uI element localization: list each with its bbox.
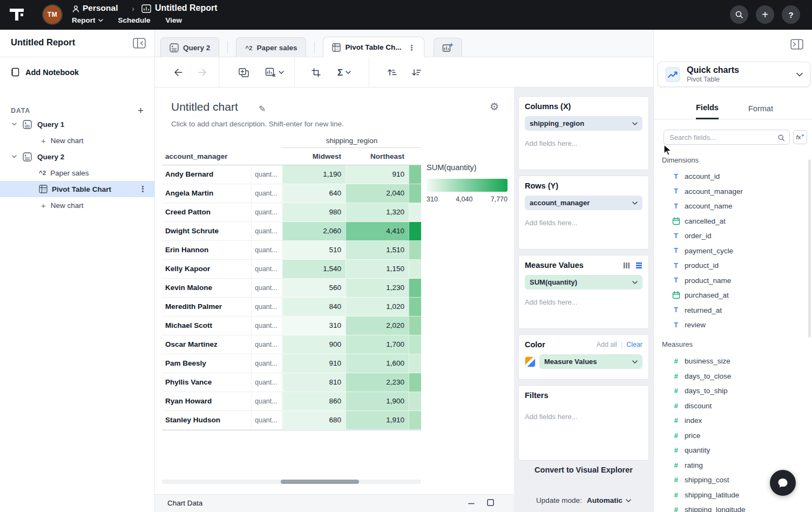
collapse-sidebar-button[interactable] (133, 38, 146, 49)
undo-button[interactable] (170, 57, 186, 87)
columns-section: Columns (X) shipping_region Add fields h… (518, 96, 649, 170)
maximize-icon[interactable] (486, 498, 495, 507)
sidebar-item-new-chart[interactable]: +New chart (0, 197, 154, 213)
row-label: Andy Bernard (162, 165, 252, 184)
aggregate-button[interactable]: Σ (334, 57, 354, 87)
field-item-rating[interactable]: #rating (654, 458, 812, 473)
add-fields-placeholder[interactable]: Add fields here... (525, 413, 642, 421)
field-item-cancelled-at[interactable]: cancelled_at (654, 214, 812, 229)
clear-link[interactable]: Clear (626, 341, 642, 348)
quick-charts-selector[interactable]: Quick charts Pivot Table (658, 62, 810, 87)
convert-to-visual-explorer-button[interactable]: Convert to Visual Explorer (514, 466, 653, 474)
avatar[interactable]: TM (43, 5, 62, 24)
crop-icon (312, 68, 321, 77)
chevron-down-icon[interactable] (12, 155, 17, 158)
field-item-discount[interactable]: #discount (654, 399, 812, 414)
add-all-link[interactable]: Add all (597, 341, 617, 348)
rows-field-pill[interactable]: account_manager (525, 196, 642, 210)
field-item-shipping-longitude[interactable]: #shipping_longitude (654, 502, 812, 512)
forward-arrow-icon (198, 68, 207, 77)
chart-title[interactable]: Untitled chart (171, 100, 238, 113)
text-type-icon: T (672, 277, 680, 284)
columns-layout-icon[interactable] (623, 262, 630, 269)
field-item-product-id[interactable]: Tproduct_id (654, 258, 812, 273)
search-input[interactable] (664, 130, 789, 144)
add-fields-placeholder[interactable]: Add fields here... (525, 298, 642, 306)
new-chart-tab[interactable] (434, 38, 462, 57)
help-button[interactable]: ? (782, 5, 800, 24)
field-item-review[interactable]: Treview (654, 318, 812, 333)
text-type-icon: T (672, 262, 680, 270)
add-data-button[interactable]: + (138, 105, 144, 116)
scrollbar-thumb[interactable] (281, 480, 359, 484)
field-item-days-to-ship[interactable]: #days_to_ship (654, 383, 812, 399)
sort-descending-button[interactable] (408, 57, 424, 87)
panel-scrollbar[interactable] (808, 159, 811, 338)
chat-support-button[interactable] (770, 470, 796, 496)
field-label: quantity (685, 446, 710, 454)
crop-filter-button[interactable] (308, 57, 324, 87)
menu-view[interactable]: View (166, 16, 182, 24)
sort-ascending-button[interactable] (384, 57, 400, 87)
measure-pill[interactable]: SUM(quantity) (525, 275, 642, 289)
measure-label: quant... (252, 354, 282, 373)
collapse-right-panel-button[interactable] (790, 39, 803, 50)
sidebar-item-pivot-table-chart[interactable]: Pivot Table Chart⋮ (0, 181, 154, 197)
rows-layout-icon[interactable] (635, 262, 642, 269)
menu-report[interactable]: Report (72, 16, 103, 24)
columns-field-pill[interactable]: shipping_region (525, 116, 642, 131)
chart-data-bar[interactable]: Chart Data (155, 494, 514, 512)
tab-query-2[interactable]: Query 2 (160, 37, 219, 57)
field-item-business-size[interactable]: #business_size (654, 354, 812, 369)
app-logo[interactable] (9, 7, 25, 22)
field-item-account-id[interactable]: Taccount_id (654, 169, 812, 184)
color-field-pill[interactable]: Measure Values (539, 354, 642, 369)
sidebar-item-query-2[interactable]: Query 2 (0, 149, 154, 165)
kebab-menu-icon[interactable]: ⋮ (139, 184, 147, 194)
tab-pivot-table-ch[interactable]: Pivot Table Ch...⋮ (323, 37, 424, 57)
edit-title-icon[interactable]: ✎ (259, 104, 266, 114)
report-icon (141, 4, 151, 13)
field-item-index[interactable]: #index (654, 413, 812, 428)
field-label: business_size (685, 357, 730, 365)
minimize-icon[interactable] (468, 500, 475, 507)
menu-schedule[interactable]: Schedule (118, 16, 151, 24)
color-swatch-icon[interactable] (525, 356, 536, 367)
add-fields-placeholder[interactable]: Add fields here... (525, 219, 642, 227)
add-calculated-field-button[interactable]: fx+ (793, 130, 807, 144)
field-item-payment-cycle[interactable]: Tpayment_cycle (654, 244, 812, 259)
table-row: Kelly Kapoorquant...1,5401,150 (162, 260, 421, 279)
page-title[interactable]: Untitled Report (155, 3, 218, 13)
search-button[interactable] (730, 5, 748, 24)
measure-values-title: Measure Values (525, 261, 584, 270)
sidebar-item-query-1[interactable]: Query 1 (0, 116, 154, 132)
field-item-days-to-close[interactable]: #days_to_close (654, 369, 812, 384)
field-item-product-name[interactable]: Tproduct_name (654, 273, 812, 288)
field-item-returned-at[interactable]: Treturned_at (654, 303, 812, 318)
sidebar-item-new-chart[interactable]: +New chart (0, 132, 154, 149)
field-item-account-name[interactable]: Taccount_name (654, 199, 812, 214)
add-notebook-button[interactable]: Add Notebook (11, 68, 79, 77)
chart-settings-gear-icon[interactable]: ⚙ (490, 100, 499, 113)
sidebar-item-paper-sales[interactable]: ^2Paper sales (0, 165, 154, 181)
measure-label: quant... (252, 316, 282, 335)
number-type-icon: # (672, 491, 680, 499)
add-button[interactable]: + (756, 5, 774, 24)
field-item-account-manager[interactable]: Taccount_manager (654, 184, 812, 199)
workspace-name[interactable]: Personal (83, 3, 118, 13)
tab-format[interactable]: Format (748, 97, 773, 119)
add-fields-placeholder[interactable]: Add fields here... (525, 139, 642, 147)
tab-fields[interactable]: Fields (696, 97, 719, 119)
chevron-down-icon[interactable] (12, 123, 17, 126)
duplicate-chart-button[interactable] (235, 57, 253, 87)
update-mode-dropdown[interactable]: Automatic (587, 496, 631, 504)
chart-description-placeholder[interactable]: Click to add chart description. Shift-en… (171, 120, 344, 128)
field-item-purchased-at[interactable]: purchased_at (654, 288, 812, 303)
remove-chart-button[interactable] (262, 57, 287, 87)
field-item-price[interactable]: #price (654, 428, 812, 443)
tab-paper-sales[interactable]: ^2Paper sales (236, 37, 306, 57)
field-item-order-id[interactable]: Torder_id (654, 228, 812, 244)
field-item-quantity[interactable]: #quantity (654, 443, 812, 458)
kebab-menu-icon[interactable]: ⋮ (408, 43, 415, 52)
redo-button[interactable] (194, 57, 211, 87)
